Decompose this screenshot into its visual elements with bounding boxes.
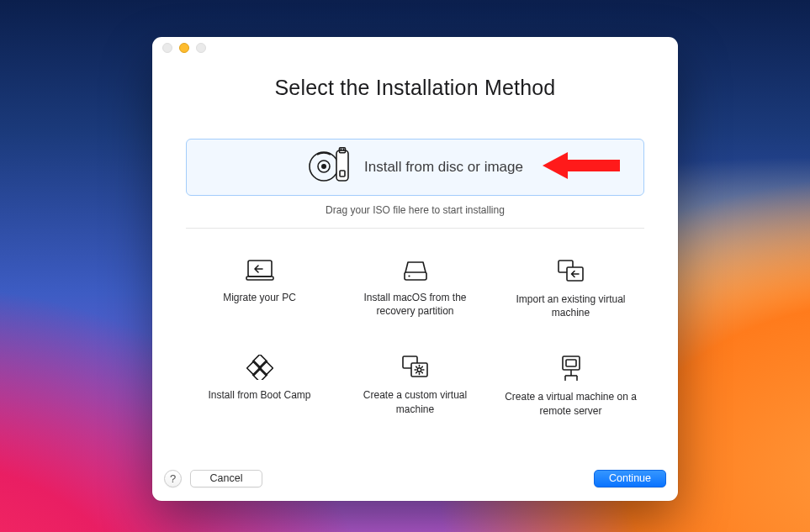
cancel-button[interactable]: Cancel bbox=[190, 470, 262, 487]
svg-rect-10 bbox=[246, 277, 273, 280]
option-label: Install macOS from the recovery partitio… bbox=[348, 291, 483, 318]
hard-drive-icon bbox=[402, 259, 429, 282]
migrate-pc-icon bbox=[246, 259, 274, 282]
footer-bar: ? Cancel Continue bbox=[152, 464, 678, 501]
dropzone-hint: Drag your ISO file here to start install… bbox=[186, 204, 644, 216]
option-label: Import an existing virtual machine bbox=[504, 292, 638, 319]
page-title: Select the Installation Method bbox=[152, 76, 678, 100]
option-migrate-pc[interactable]: Migrate your PC bbox=[186, 255, 333, 323]
option-remote-server[interactable]: Create a virtual machine on a remote ser… bbox=[497, 351, 644, 420]
custom-vm-icon bbox=[401, 355, 430, 380]
window-close-button[interactable] bbox=[162, 43, 172, 53]
window-titlebar bbox=[152, 37, 678, 59]
remote-server-icon bbox=[559, 355, 584, 382]
window-minimize-button[interactable] bbox=[179, 43, 189, 53]
help-button[interactable]: ? bbox=[164, 470, 182, 487]
desktop-background: Select the Installation Method bbox=[0, 0, 810, 532]
option-label: Create a custom virtual machine bbox=[348, 388, 483, 415]
svg-marker-8 bbox=[543, 152, 620, 179]
install-from-disc-option[interactable]: Install from disc or image bbox=[186, 139, 644, 196]
svg-point-29 bbox=[576, 379, 578, 381]
installer-window: Select the Installation Method bbox=[152, 37, 678, 501]
svg-point-12 bbox=[408, 275, 410, 277]
content-area: Install from disc or image Drag your ISO… bbox=[152, 100, 678, 464]
svg-point-28 bbox=[564, 379, 566, 381]
svg-rect-11 bbox=[405, 272, 426, 280]
option-recovery-partition[interactable]: Install macOS from the recovery partitio… bbox=[341, 255, 489, 323]
import-vm-icon bbox=[557, 259, 585, 284]
option-import-vm[interactable]: Import an existing virtual machine bbox=[497, 255, 644, 323]
window-zoom-button[interactable] bbox=[196, 43, 206, 53]
svg-point-2 bbox=[322, 165, 326, 168]
options-grid: Migrate your PC Install macOS from the r… bbox=[186, 255, 644, 421]
svg-rect-22 bbox=[563, 356, 580, 370]
option-label: Create a virtual machine on a remote ser… bbox=[504, 390, 638, 417]
install-from-disc-label: Install from disc or image bbox=[364, 159, 523, 176]
option-custom-vm[interactable]: Create a custom virtual machine bbox=[341, 351, 489, 420]
svg-rect-23 bbox=[566, 360, 576, 366]
disc-usb-icon bbox=[307, 147, 352, 187]
option-label: Migrate your PC bbox=[223, 291, 296, 304]
annotation-arrow-icon bbox=[543, 150, 620, 185]
option-label: Install from Boot Camp bbox=[208, 388, 310, 402]
boot-camp-icon bbox=[246, 355, 273, 380]
option-boot-camp[interactable]: Install from Boot Camp bbox=[186, 351, 333, 420]
continue-button[interactable]: Continue bbox=[594, 470, 666, 487]
section-divider bbox=[186, 228, 644, 229]
